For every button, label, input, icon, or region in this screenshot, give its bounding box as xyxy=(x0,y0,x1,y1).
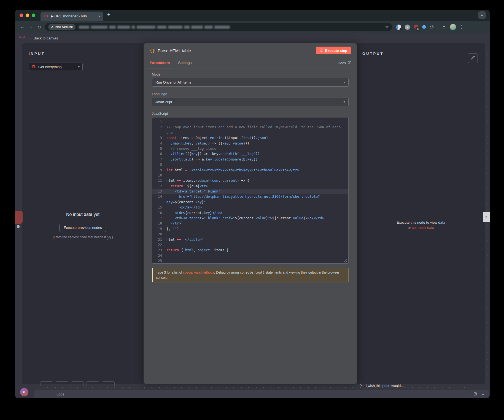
set-mock-data-link[interactable]: set mock data xyxy=(412,226,434,230)
external-link-icon xyxy=(347,61,351,65)
code-row: 17 <td><a target="_blank" href="${curren… xyxy=(152,215,348,221)
tab-settings[interactable]: Settings xyxy=(178,58,192,68)
node-glyph-icon: ≡ xyxy=(485,215,487,219)
input-panel: INPUT Get everything ▾ No input data yet… xyxy=(22,43,144,384)
next-node-stub[interactable]: ≡ xyxy=(483,212,490,222)
code-row: 10 xyxy=(152,173,348,178)
output-empty-state: Execute this node to view data or set mo… xyxy=(357,220,485,230)
code-row: 9let html = `<table><tr><th>x</th><th>ke… xyxy=(152,167,348,173)
editor-hint: Type $ for a list of special vars/method… xyxy=(152,268,349,282)
wish-feedback-link[interactable]: I wish this node would... xyxy=(360,383,404,388)
forward-icon[interactable]: → xyxy=(27,25,35,30)
execute-step-button[interactable]: Execute step xyxy=(316,47,351,54)
chevron-down-icon: ▾ xyxy=(78,65,80,69)
node-title[interactable]: Parse HTML table xyxy=(158,48,313,53)
back-to-canvas-link[interactable]: ← Back to canvas xyxy=(28,36,58,40)
language-select[interactable]: JavaScript ▾ xyxy=(152,98,349,106)
code-row: 16 <td>${current.key}</td> xyxy=(152,210,348,215)
toolbar-divider xyxy=(438,24,438,30)
v-extension-icon[interactable]: V xyxy=(405,25,410,30)
code-row: 8 xyxy=(152,162,348,167)
code-row: 7 .sort((a,b) => a.key.localeCompare(b.k… xyxy=(152,157,348,162)
address-bar[interactable]: ⚠ Not Secure ☆ xyxy=(45,23,392,31)
browser-window: ▶ URL shortener - n8n × + ▾ ← → ↻ ⚠ Not … xyxy=(15,10,490,398)
tab-title: ▶ URL shortener - n8n xyxy=(51,14,96,18)
browser-toolbar: ← → ↻ ⚠ Not Secure ☆ V 6 xyxy=(15,21,490,33)
browser-tabstrip: ▶ URL shortener - n8n × + ▾ xyxy=(15,10,490,21)
logs-label: Logs xyxy=(56,392,64,396)
security-label: Not Secure xyxy=(55,25,73,29)
browser-tab[interactable]: ▶ URL shortener - n8n × xyxy=(41,12,103,21)
editor-label: JavaScript xyxy=(152,112,349,116)
lightbulb-icon xyxy=(360,383,363,388)
input-source-label: Get everything xyxy=(38,65,62,69)
chevron-up-icon[interactable] xyxy=(481,392,485,397)
reload-icon[interactable]: ↻ xyxy=(35,25,43,30)
code-row: 24 xyxy=(152,253,348,258)
arrow-left-icon: ← xyxy=(28,36,31,40)
screen: ▶ URL shortener - n8n × + ▾ ← → ↻ ⚠ Not … xyxy=(0,0,504,420)
code-row: 25 xyxy=(152,258,348,263)
input-empty-state: No input data yet Execute previous nodes… xyxy=(22,212,144,240)
blurred-url xyxy=(79,26,230,29)
help-icon[interactable]: ? xyxy=(107,236,111,240)
edit-output-button[interactable] xyxy=(468,53,478,63)
code-editor[interactable]: 12// Loop over input items and add a new… xyxy=(152,117,349,264)
docs-link[interactable]: Docs xyxy=(338,58,351,68)
code-row: 21html += '</table>' xyxy=(152,237,348,242)
tab-search-button[interactable]: ▾ xyxy=(478,11,486,19)
modal-body: Mode Run Once for All Items ▾ Language J… xyxy=(144,73,357,282)
code-rows: 12// Loop over input items and add a new… xyxy=(152,119,348,264)
input-source-select[interactable]: Get everything ▾ xyxy=(29,63,83,71)
redis-node-stub[interactable] xyxy=(15,211,23,224)
code-row: 22 xyxy=(152,242,348,247)
user-avatar[interactable]: XL xyxy=(20,388,28,396)
zoom-window-button[interactable] xyxy=(32,14,35,17)
tab-parameters[interactable]: Parameters xyxy=(150,58,170,68)
output-empty-line1: Execute this node to view data xyxy=(357,220,485,225)
redis-node-icon xyxy=(32,65,36,69)
extension-badge: 6 xyxy=(416,27,420,31)
extensions-puzzle-icon[interactable] xyxy=(429,24,434,30)
special-vars-link[interactable]: special vars/methods xyxy=(183,271,214,274)
mode-label: Mode xyxy=(152,73,349,76)
shield-extension-icon[interactable]: 6 xyxy=(414,24,419,30)
code-node-icon: {} xyxy=(150,48,155,53)
code-row: 14 href="http://dolphin-lim.yattle-hydra… xyxy=(152,194,348,199)
tab-close-icon[interactable]: × xyxy=(98,14,101,18)
code-row: 15 >x</a></td> xyxy=(152,205,348,210)
close-window-button[interactable] xyxy=(20,14,23,17)
modal-tabs: Parameters Settings Docs xyxy=(144,58,357,68)
code-row: 3const items = Object.entries($input.fir… xyxy=(152,135,348,140)
execute-previous-nodes-button[interactable]: Execute previous nodes xyxy=(59,224,106,232)
bookmark-star-icon[interactable]: ☆ xyxy=(385,25,389,30)
code-row: 11html += items.reduce((cum, current) =>… xyxy=(152,178,348,183)
code-row: 1 xyxy=(152,119,348,124)
flask-icon xyxy=(320,48,323,53)
minimize-window-button[interactable] xyxy=(26,14,29,17)
timer-extension-icon[interactable] xyxy=(396,25,401,30)
canvas-grid-dots xyxy=(44,386,471,389)
pencil-icon xyxy=(471,56,475,61)
browser-menu-icon[interactable]: ⋮ xyxy=(460,25,464,30)
code-row: 2// Loop over input items and add a new … xyxy=(152,124,348,130)
pop-out-icon[interactable] xyxy=(473,392,477,397)
extensions-row: V 6 ⋮ xyxy=(396,24,464,30)
input-caption: (From the earliest node that needs it ? … xyxy=(22,235,144,240)
modal-header: {} Parse HTML table Execute step xyxy=(144,43,357,58)
mode-select[interactable]: Run Once for All Items ▾ xyxy=(152,78,349,87)
downloads-icon[interactable] xyxy=(441,24,446,30)
browser-profile-avatar[interactable] xyxy=(450,24,456,30)
canvas-toolbar-faded xyxy=(40,381,115,386)
gem-extension-icon[interactable] xyxy=(422,25,427,30)
chevron-down-icon: ▾ xyxy=(481,13,483,17)
warning-icon: ⚠ xyxy=(51,25,54,29)
resize-handle-icon[interactable] xyxy=(344,259,347,263)
logs-bar[interactable]: Logs xyxy=(34,390,489,398)
back-icon[interactable]: ← xyxy=(18,25,27,30)
code-row: 13 <td><a target="_blank" xyxy=(152,189,348,194)
new-tab-button[interactable]: + xyxy=(107,12,110,18)
code-row: one xyxy=(152,130,348,135)
security-chip[interactable]: ⚠ Not Secure xyxy=(48,24,76,30)
n8n-app: ← Back to canvas INPUT Get everything ▾ … xyxy=(15,33,490,398)
